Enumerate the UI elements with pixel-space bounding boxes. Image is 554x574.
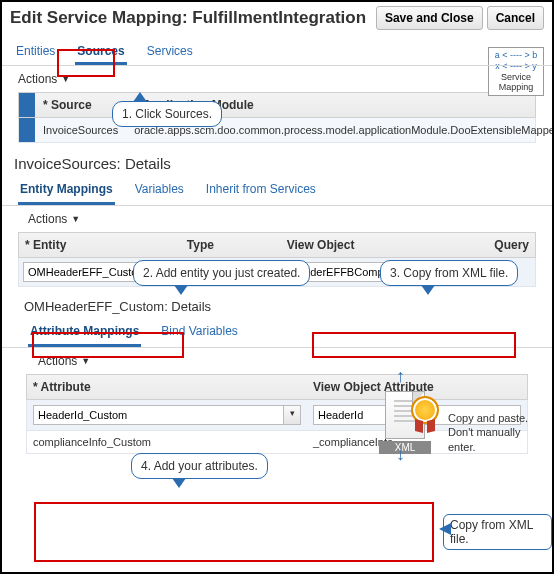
subtab-variables[interactable]: Variables: [133, 176, 186, 205]
col-attribute: * Attribute: [27, 375, 307, 399]
entity-details-title: OMHeaderEFF_Custom: Details: [2, 287, 552, 318]
arrow-down-icon: ↓: [396, 444, 405, 465]
col-type: Type: [181, 233, 281, 257]
callout-2: 2. Add entity you just created.: [133, 260, 310, 286]
actions-label: Actions: [28, 212, 67, 226]
save-and-close-button[interactable]: Save and Close: [376, 6, 483, 30]
copy-paste-note: Copy and paste. Don't manually enter.: [448, 411, 548, 454]
attr-subtabs: Attribute Mappings Bind Variables: [2, 318, 552, 348]
highlight-box-attributes: [34, 502, 434, 562]
col-entity: * Entity: [19, 233, 181, 257]
tab-sources[interactable]: Sources: [75, 40, 126, 65]
actions-label: Actions: [38, 354, 77, 368]
attribute-dropdown[interactable]: ▾: [284, 405, 301, 425]
xml-label: XML: [379, 441, 431, 454]
subtab-attribute-mappings[interactable]: Attribute Mappings: [28, 318, 141, 347]
entity-columns: * Entity Type View Object Query: [18, 232, 536, 258]
attr-actions-menu[interactable]: Actions ▼: [2, 348, 552, 374]
col-query: Query: [488, 233, 535, 257]
attribute-columns: * Attribute View Object Attribute: [26, 374, 528, 400]
sources-table: * Source Application Module InvoiceSourc…: [18, 92, 536, 143]
subtab-inherit[interactable]: Inherit from Services: [204, 176, 318, 205]
attribute-input[interactable]: [33, 405, 284, 425]
selected-row-indicator: [19, 118, 35, 142]
page-title: Edit Service Mapping: FulfillmentIntegra…: [10, 8, 372, 28]
subtab-entity-mappings[interactable]: Entity Mappings: [18, 176, 115, 205]
attribute-cell: complianceInfo_Custom: [27, 431, 307, 453]
cancel-button[interactable]: Cancel: [487, 6, 544, 30]
tab-entities[interactable]: Entities: [14, 40, 57, 65]
subtab-bind-variables[interactable]: Bind Variables: [159, 318, 240, 347]
col-view-object: View Object: [281, 233, 489, 257]
actions-label: Actions: [18, 72, 57, 86]
sources-actions-menu[interactable]: Actions ▼: [2, 66, 552, 92]
callout-3: 3. Copy from XML file.: [380, 260, 518, 286]
service-mapping-label: Service Mapping: [491, 72, 541, 94]
invoice-sources-details-title: InvoiceSources: Details: [2, 143, 552, 176]
callout-4: 4. Add your attributes.: [131, 453, 268, 479]
tab-services[interactable]: Services: [145, 40, 195, 65]
details-subtabs: Entity Mappings Variables Inherit from S…: [2, 176, 552, 206]
entity-actions-menu[interactable]: Actions ▼: [2, 206, 552, 232]
arrow-up-icon: ↑: [396, 366, 405, 387]
callout-1: 1. Click Sources.: [112, 101, 222, 127]
row-marker: [19, 93, 35, 117]
ribbon-award-icon: [411, 396, 441, 426]
chevron-down-icon: ▼: [81, 356, 90, 366]
top-tabs: Entities Sources Services: [2, 34, 552, 66]
table-row[interactable]: InvoiceSources oracle.apps.scm.doo.commo…: [18, 118, 536, 143]
chevron-down-icon: ▼: [71, 214, 80, 224]
callout-5: Copy from XML file.: [443, 514, 552, 550]
chevron-down-icon: ▼: [61, 74, 70, 84]
